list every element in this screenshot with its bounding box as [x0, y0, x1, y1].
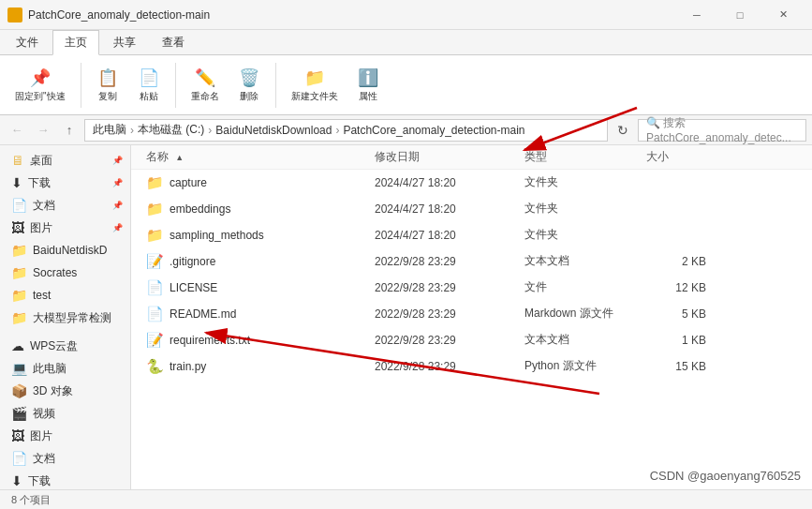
ribbon-content: 📌 固定到"快速 📋 复制 📄 粘贴 ✏️ 重命名 🗑️ 删除 📁 新建文件夹 …: [0, 54, 812, 114]
sidebar-item-3d[interactable]: 📦 3D 对象: [0, 380, 130, 402]
col-size-header[interactable]: 大小: [646, 149, 721, 165]
pictures-icon: 🖼: [11, 428, 24, 443]
file-name-sampling: 📁 sampling_methods: [131, 227, 375, 244]
col-name-header[interactable]: 名称 ▲: [131, 149, 375, 165]
socrates-icon: 📁: [11, 265, 27, 280]
folder-icon: 📁: [146, 227, 164, 244]
window-icon: [7, 7, 22, 22]
tab-file[interactable]: 文件: [4, 30, 51, 54]
main-layout: 🖥 桌面 📌 ⬇ 下载 📌 📄 文档 📌 🖼 图片 📌 📁 BaiduNetdi…: [0, 145, 812, 489]
sidebar: 🖥 桌面 📌 ⬇ 下载 📌 📄 文档 📌 🖼 图片 📌 📁 BaiduNetdi…: [0, 145, 131, 489]
pin-icon: 📌: [30, 67, 51, 88]
maximize-button[interactable]: □: [718, 0, 761, 30]
sidebar-item-download-quick[interactable]: ⬇ 下载 📌: [0, 172, 130, 194]
paste-button[interactable]: 📄 粘贴: [130, 64, 168, 107]
folder-icon: 📁: [146, 201, 164, 217]
sidebar-item-anomaly[interactable]: 📁 大模型异常检测: [0, 307, 130, 329]
pin-to-quickaccess-button[interactable]: 📌 固定到"快速: [7, 64, 73, 107]
documents-icon: 📄: [11, 451, 27, 466]
new-folder-icon: 📁: [304, 67, 325, 88]
table-row[interactable]: 📄 README.md 2022/9/28 23:29 Markdown 源文件…: [131, 301, 812, 327]
file-icon: 📄: [146, 279, 164, 296]
rename-button[interactable]: ✏️ 重命名: [184, 64, 227, 107]
col-date-header[interactable]: 修改日期: [375, 149, 524, 165]
txt-file-icon: 📝: [146, 253, 164, 270]
window-title: PatchCore_anomaly_detection-main: [28, 8, 210, 22]
path-part3: BaiduNetdiskDownload: [215, 124, 332, 137]
downloads-icon: ⬇: [11, 473, 22, 488]
table-row[interactable]: 📝 requirements.txt 2022/9/28 23:29 文本文档 …: [131, 327, 812, 353]
copy-icon: 📋: [97, 67, 118, 88]
tab-share[interactable]: 共享: [101, 30, 148, 54]
txt-file-icon: 📝: [146, 332, 164, 349]
ribbon: 文件 主页 共享 查看 📌 固定到"快速 📋 复制 📄 粘贴 ✏️ 重命名 🗑️…: [0, 30, 812, 115]
test-icon: 📁: [11, 288, 27, 303]
sidebar-item-desktop-quick[interactable]: 🖥 桌面 📌: [0, 149, 130, 172]
properties-icon: ℹ️: [358, 67, 378, 88]
delete-icon: 🗑️: [239, 67, 259, 88]
address-bar: ← → ↑ 此电脑 › 本地磁盘 (C:) › BaiduNetdiskDown…: [0, 115, 812, 145]
up-button[interactable]: ↑: [58, 119, 81, 142]
anomaly-icon: 📁: [11, 310, 27, 325]
sidebar-item-documents[interactable]: 📄 文档: [0, 447, 130, 470]
minimize-button[interactable]: ─: [675, 0, 718, 30]
folder-icon: 📁: [146, 174, 164, 191]
file-name-trainpy: 🐍 train.py: [131, 358, 375, 375]
path-part2: 本地磁盘 (C:): [138, 122, 204, 138]
new-folder-button[interactable]: 📁 新建文件夹: [284, 64, 346, 107]
address-path[interactable]: 此电脑 › 本地磁盘 (C:) › BaiduNetdiskDownload ›…: [84, 119, 608, 142]
search-box[interactable]: 🔍 搜索 PatchCore_anomaly_detec...: [638, 119, 806, 142]
file-name-gitignore: 📝 .gitignore: [131, 253, 375, 270]
col-type-header[interactable]: 类型: [524, 149, 646, 165]
copy-button[interactable]: 📋 复制: [89, 64, 126, 107]
video-icon: 🎬: [11, 406, 27, 421]
file-name-license: 📄 LICENSE: [131, 279, 375, 296]
tab-home[interactable]: 主页: [52, 30, 99, 55]
file-area: 名称 ▲ 修改日期 类型 大小 📁 capture 2024/4/27 18:2…: [131, 145, 812, 489]
file-name-embeddings: 📁 embeddings: [131, 201, 375, 217]
sidebar-item-this-pc[interactable]: 💻 此电脑: [0, 357, 130, 380]
file-name-requirements: 📝 requirements.txt: [131, 332, 375, 349]
properties-button[interactable]: ℹ️ 属性: [349, 64, 387, 107]
sidebar-item-baidu[interactable]: 📁 BaiduNetdiskD: [0, 239, 130, 262]
sidebar-item-docs-quick[interactable]: 📄 文档 📌: [0, 194, 130, 217]
sidebar-item-test[interactable]: 📁 test: [0, 284, 130, 307]
sidebar-item-wps[interactable]: ☁ WPS云盘: [0, 335, 130, 357]
path-part1: 此电脑: [93, 122, 126, 138]
table-row[interactable]: 📝 .gitignore 2022/9/28 23:29 文本文档 2 KB: [131, 248, 812, 275]
sidebar-item-downloads[interactable]: ⬇ 下载: [0, 470, 130, 489]
md-file-icon: 📄: [146, 306, 164, 322]
sidebar-item-video[interactable]: 🎬 视频: [0, 402, 130, 425]
this-pc-icon: 💻: [11, 361, 27, 376]
table-row[interactable]: 📁 embeddings 2024/4/27 18:20 文件夹: [131, 196, 812, 222]
ribbon-tabs: 文件 主页 共享 查看: [0, 30, 812, 54]
baidu-icon: 📁: [11, 243, 27, 258]
close-button[interactable]: ✕: [761, 0, 805, 30]
separator3: [275, 63, 276, 108]
forward-button[interactable]: →: [32, 119, 54, 142]
file-name-capture: 📁 capture: [131, 174, 375, 191]
rename-icon: ✏️: [195, 67, 215, 88]
separator1: [81, 63, 81, 108]
tab-view[interactable]: 查看: [150, 30, 197, 54]
back-button[interactable]: ←: [6, 119, 28, 142]
table-row[interactable]: 📁 capture 2024/4/27 18:20 文件夹: [131, 170, 812, 196]
py-file-icon: 🐍: [146, 358, 164, 375]
sidebar-item-socrates[interactable]: 📁 Socrates: [0, 262, 130, 284]
docs-quick-icon: 📄: [11, 198, 27, 213]
table-row[interactable]: 📄 LICENSE 2022/9/28 23:29 文件 12 KB: [131, 275, 812, 301]
window-controls: ─ □ ✕: [675, 0, 805, 30]
download-quick-icon: ⬇: [11, 175, 22, 190]
sidebar-item-pics-quick[interactable]: 🖼 图片 📌: [0, 217, 130, 239]
status-bar: 8 个项目: [0, 489, 812, 509]
table-row[interactable]: 🐍 train.py 2022/9/28 23:29 Python 源文件 15…: [131, 353, 812, 380]
paste-icon: 📄: [139, 67, 159, 88]
file-header: 名称 ▲ 修改日期 类型 大小: [131, 145, 812, 170]
separator2: [175, 63, 176, 108]
delete-button[interactable]: 🗑️ 删除: [230, 64, 268, 107]
refresh-button[interactable]: ↻: [612, 119, 634, 142]
title-bar: PatchCore_anomaly_detection-main ─ □ ✕: [0, 0, 812, 30]
table-row[interactable]: 📁 sampling_methods 2024/4/27 18:20 文件夹: [131, 222, 812, 248]
sidebar-item-pictures[interactable]: 🖼 图片: [0, 425, 130, 447]
wps-icon: ☁: [11, 338, 24, 353]
